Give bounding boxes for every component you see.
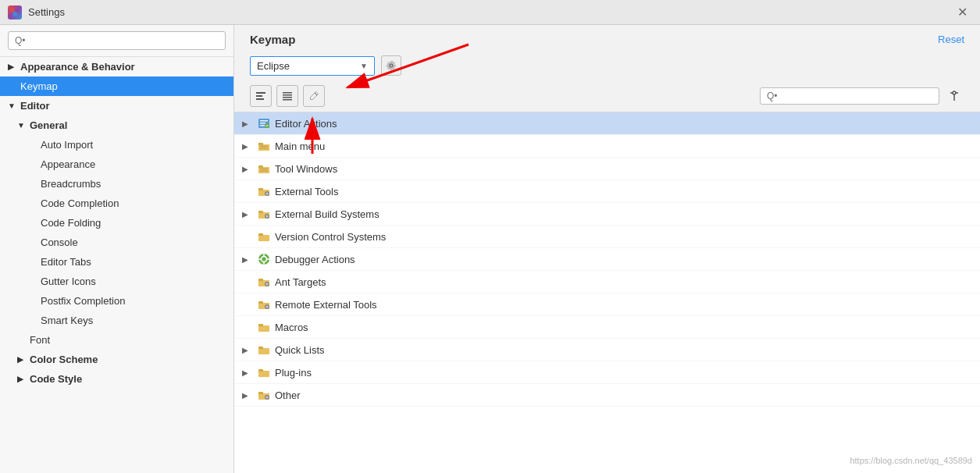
svg-rect-15 bbox=[260, 120, 268, 122]
close-button[interactable]: ✕ bbox=[953, 3, 972, 21]
chevron-right-icon: ▶ bbox=[242, 346, 253, 354]
sidebar-item-appearance-behavior[interactable]: ▶ Appearance & Behavior bbox=[0, 57, 233, 76]
keymap-search-input[interactable] bbox=[760, 87, 939, 105]
sidebar-item-breadcrumbs[interactable]: Breadcrumbs bbox=[0, 174, 233, 194]
svg-rect-23 bbox=[258, 167, 269, 173]
chevron-right-icon: ▶ bbox=[242, 210, 253, 219]
tree-item-label: Editor Actions bbox=[275, 118, 337, 130]
sidebar-item-code-folding[interactable]: Code Folding bbox=[0, 213, 233, 233]
sidebar: ▶ Appearance & Behavior Keymap ▼ Editor … bbox=[0, 25, 234, 473]
tree-item-debugger-actions[interactable]: ▶ Debugger Actions bbox=[234, 248, 980, 271]
keymap-dropdown[interactable]: Eclipse ▼ bbox=[250, 56, 375, 76]
svg-rect-56 bbox=[258, 369, 263, 372]
sidebar-search-box bbox=[0, 25, 233, 57]
tree-item-macros[interactable]: Macros bbox=[234, 316, 980, 339]
sidebar-search-input[interactable] bbox=[8, 31, 226, 50]
sidebar-item-console[interactable]: Console bbox=[0, 233, 233, 252]
sidebar-item-code-completion[interactable]: Code Completion bbox=[0, 194, 233, 213]
sidebar-item-postfix-completion[interactable]: Postfix Completion bbox=[0, 291, 233, 311]
svg-rect-32 bbox=[258, 211, 263, 213]
svg-rect-19 bbox=[258, 144, 269, 151]
dropdown-arrow-icon: ▼ bbox=[360, 62, 368, 70]
tree-item-label: Macros bbox=[275, 322, 308, 333]
chevron-right-icon: ▶ bbox=[17, 355, 27, 364]
chevron-right-icon: ▶ bbox=[17, 375, 27, 383]
svg-rect-36 bbox=[258, 233, 263, 236]
svg-point-34 bbox=[266, 215, 269, 218]
svg-point-60 bbox=[266, 397, 269, 399]
chevron-right-icon: ▶ bbox=[242, 165, 253, 173]
sidebar-item-smart-keys[interactable]: Smart Keys bbox=[0, 311, 233, 330]
tree-item-ant-targets[interactable]: Ant Targets bbox=[234, 271, 980, 293]
sidebar-item-font[interactable]: Font bbox=[0, 330, 233, 350]
collapse-all-button[interactable] bbox=[250, 85, 272, 107]
chevron-right-icon: ▶ bbox=[242, 391, 253, 400]
sidebar-item-auto-import[interactable]: Auto Import ⧉ bbox=[0, 135, 233, 155]
svg-point-50 bbox=[266, 306, 269, 308]
right-panel: Keymap Reset Eclipse ▼ bbox=[234, 25, 980, 473]
tree-item-label: Version Control Systems bbox=[275, 231, 386, 243]
svg-rect-58 bbox=[258, 392, 263, 394]
svg-rect-24 bbox=[258, 165, 263, 168]
tree-item-remote-external-tools[interactable]: Remote External Tools bbox=[234, 293, 980, 316]
app-icon bbox=[8, 5, 22, 20]
svg-rect-8 bbox=[283, 97, 292, 98]
chevron-right-icon: ▶ bbox=[242, 255, 253, 264]
tree-item-main-menu[interactable]: ▶ Main menu bbox=[234, 135, 980, 158]
folder-icon bbox=[258, 230, 270, 243]
keymap-value: Eclipse bbox=[257, 60, 357, 72]
svg-rect-52 bbox=[258, 324, 263, 326]
svg-rect-35 bbox=[258, 235, 269, 241]
folder-icon bbox=[258, 140, 270, 152]
chevron-down-icon: ▼ bbox=[8, 101, 17, 110]
sidebar-item-general[interactable]: ▼ General bbox=[0, 116, 233, 135]
reset-button[interactable]: Reset bbox=[938, 34, 964, 45]
sidebar-item-keymap[interactable]: Keymap bbox=[0, 76, 233, 96]
folder-icon bbox=[258, 366, 270, 379]
svg-rect-54 bbox=[258, 347, 263, 349]
svg-rect-51 bbox=[258, 325, 269, 332]
svg-point-0 bbox=[10, 8, 15, 12]
folder-icon bbox=[258, 343, 270, 356]
tree-item-label: Remote External Tools bbox=[275, 299, 377, 311]
edit-shortcut-button[interactable] bbox=[303, 85, 325, 107]
keymap-toolbar bbox=[234, 80, 980, 112]
chevron-right-icon: ▶ bbox=[242, 368, 253, 377]
tree-item-label: Main menu bbox=[275, 140, 325, 152]
tree-item-plug-ins[interactable]: ▶ Plug-ins bbox=[234, 361, 980, 384]
sidebar-item-editor-tabs[interactable]: Editor Tabs bbox=[0, 252, 233, 272]
folder-icon bbox=[258, 162, 270, 175]
tree-item-label: External Build Systems bbox=[275, 208, 380, 220]
tree-item-editor-actions[interactable]: ▶ Editor Actions bbox=[234, 112, 980, 135]
sidebar-item-code-style[interactable]: ▶ Code Style ⧉ bbox=[0, 369, 233, 389]
svg-rect-22 bbox=[260, 148, 268, 149]
svg-point-46 bbox=[266, 283, 269, 286]
svg-rect-20 bbox=[258, 143, 263, 145]
svg-rect-26 bbox=[260, 171, 268, 172]
svg-rect-3 bbox=[256, 92, 265, 94]
keymap-controls: Eclipse ▼ bbox=[234, 51, 980, 80]
tree-item-label: Tool Windows bbox=[275, 163, 337, 175]
toolbar-left bbox=[250, 85, 325, 107]
svg-point-10 bbox=[953, 91, 956, 94]
tree-item-external-build-systems[interactable]: ▶ External Build Systems bbox=[234, 203, 980, 226]
keymap-tree: ▶ Editor Actions bbox=[234, 112, 980, 473]
expand-all-button[interactable] bbox=[276, 85, 298, 107]
tree-item-quick-lists[interactable]: ▶ Quick Lists bbox=[234, 339, 980, 361]
svg-rect-28 bbox=[258, 188, 263, 190]
keymap-settings-button[interactable] bbox=[381, 55, 401, 76]
tree-item-version-control-systems[interactable]: Version Control Systems bbox=[234, 226, 980, 248]
chevron-down-icon: ▼ bbox=[17, 121, 27, 130]
tree-item-external-tools[interactable]: External Tools bbox=[234, 180, 980, 203]
sidebar-item-editor[interactable]: ▼ Editor bbox=[0, 96, 233, 116]
tree-item-tool-windows[interactable]: ▶ Tool Windows bbox=[234, 158, 980, 180]
sidebar-item-appearance[interactable]: Appearance bbox=[0, 155, 233, 174]
svg-rect-25 bbox=[260, 169, 268, 169]
tree-item-other[interactable]: ▶ Other bbox=[234, 384, 980, 407]
filter-icon-button[interactable] bbox=[944, 86, 964, 106]
svg-point-2 bbox=[12, 12, 17, 16]
tree-item-label: Debugger Actions bbox=[275, 254, 355, 265]
sidebar-item-gutter-icons[interactable]: Gutter Icons bbox=[0, 272, 233, 291]
chevron-right-icon: ▶ bbox=[242, 119, 253, 128]
sidebar-item-color-scheme[interactable]: ▶ Color Scheme bbox=[0, 350, 233, 369]
